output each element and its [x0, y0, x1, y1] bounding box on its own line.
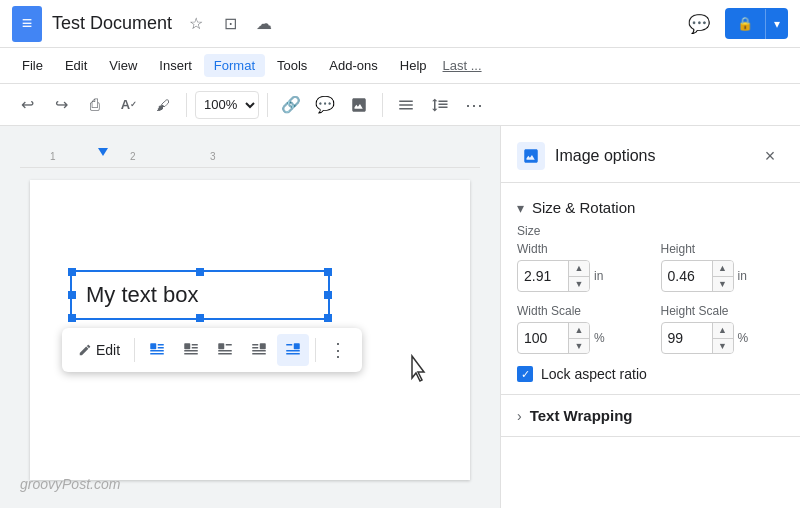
width-input[interactable]	[518, 268, 568, 284]
comment-button[interactable]: 💬	[310, 90, 340, 120]
cloud-button[interactable]: ☁	[250, 10, 278, 38]
wrap-left-button[interactable]	[175, 334, 207, 366]
align-inline-button[interactable]	[141, 334, 173, 366]
size-label: Size	[517, 224, 784, 238]
share-dropdown-arrow[interactable]: ▾	[765, 9, 788, 39]
height-scale-up[interactable]: ▲	[713, 322, 733, 338]
panel-title: Image options	[555, 147, 746, 165]
watermark: groovyPost.com	[20, 476, 120, 492]
handle-mid-right[interactable]	[324, 291, 332, 299]
width-up-button[interactable]: ▲	[569, 260, 589, 276]
redo-button[interactable]: ↪	[46, 90, 76, 120]
edit-label: Edit	[96, 342, 120, 358]
height-field: ▲ ▼ in	[661, 260, 785, 292]
more-toolbar-button[interactable]: ⋯	[459, 90, 489, 120]
height-scale-unit: %	[738, 331, 749, 345]
menu-addons[interactable]: Add-ons	[319, 54, 387, 77]
handle-top-left[interactable]	[68, 268, 76, 276]
height-up-button[interactable]: ▲	[713, 260, 733, 276]
edit-button[interactable]: Edit	[70, 338, 128, 362]
height-scale-down[interactable]: ▼	[713, 338, 733, 354]
menu-format[interactable]: Format	[204, 54, 265, 77]
top-bar: ≡ Test Document ☆ ⊡ ☁ 💬 🔒 Share ▾	[0, 0, 800, 48]
menu-edit[interactable]: Edit	[55, 54, 97, 77]
menu-tools[interactable]: Tools	[267, 54, 317, 77]
menu-view[interactable]: View	[99, 54, 147, 77]
line-spacing-button[interactable]	[425, 90, 455, 120]
width-scale-wrap: ▲ ▼	[517, 322, 590, 354]
width-down-button[interactable]: ▼	[569, 276, 589, 292]
width-scale-unit: %	[594, 331, 605, 345]
text-box-content: My text box	[86, 282, 198, 307]
size-rotation-header[interactable]: ▾ Size & Rotation	[517, 195, 784, 224]
height-scale-input[interactable]	[662, 330, 712, 346]
zoom-select[interactable]: 100% 75% 125% 150%	[195, 91, 259, 119]
document-title: Test Document	[52, 13, 172, 34]
print-button[interactable]: ⎙	[80, 90, 110, 120]
toolbar-divider-2	[267, 93, 268, 117]
height-unit: in	[738, 269, 747, 283]
height-scale-col: Height Scale ▲ ▼ %	[661, 304, 785, 354]
menu-help[interactable]: Help	[390, 54, 437, 77]
star-button[interactable]: ☆	[182, 10, 210, 38]
text-box[interactable]: My text box	[70, 270, 330, 320]
title-icons: ☆ ⊡ ☁	[182, 10, 278, 38]
menu-insert[interactable]: Insert	[149, 54, 202, 77]
handle-bot-center[interactable]	[196, 314, 204, 322]
toolbar: ↩ ↪ ⎙ A✓ 🖌 100% 75% 125% 150% 🔗 💬 ⋯	[0, 84, 800, 126]
toolbar-divider-3	[382, 93, 383, 117]
width-scale-up[interactable]: ▲	[569, 322, 589, 338]
handle-top-right[interactable]	[324, 268, 332, 276]
align-button[interactable]	[391, 90, 421, 120]
handle-mid-left[interactable]	[68, 291, 76, 299]
drive-button[interactable]: ⊡	[216, 10, 244, 38]
more-options-button[interactable]: ⋮	[322, 334, 354, 366]
height-input-wrap: ▲ ▼	[661, 260, 734, 292]
break-right-button[interactable]	[277, 334, 309, 366]
height-input[interactable]	[662, 268, 712, 284]
height-label: Height	[661, 242, 785, 256]
width-label: Width	[517, 242, 641, 256]
break-left-button[interactable]	[209, 334, 241, 366]
spell-check-button[interactable]: A✓	[114, 90, 144, 120]
size-field-row: Width ▲ ▼ in	[517, 242, 784, 292]
text-wrapping-chevron: ›	[517, 408, 522, 424]
paint-format-button[interactable]: 🖌	[148, 90, 178, 120]
height-down-button[interactable]: ▼	[713, 276, 733, 292]
chat-icon-button[interactable]: 💬	[681, 6, 717, 42]
panel-close-button[interactable]: ×	[756, 142, 784, 170]
menu-file[interactable]: File	[12, 54, 53, 77]
svg-rect-19	[294, 343, 300, 349]
undo-button[interactable]: ↩	[12, 90, 42, 120]
panel-header: Image options ×	[501, 126, 800, 183]
lock-checkbox[interactable]: ✓	[517, 366, 533, 382]
top-right-actions: 💬 🔒 Share ▾	[681, 6, 788, 42]
svg-rect-14	[260, 343, 266, 349]
wrap-right-button[interactable]	[243, 334, 275, 366]
svg-rect-0	[150, 343, 156, 349]
image-button[interactable]	[344, 90, 374, 120]
width-spin-btns: ▲ ▼	[568, 260, 589, 292]
height-spin-btns: ▲ ▼	[712, 260, 733, 292]
width-input-wrap: ▲ ▼	[517, 260, 590, 292]
handle-bot-right[interactable]	[324, 314, 332, 322]
svg-rect-5	[184, 343, 190, 349]
watermark-text: groovyPost.com	[20, 476, 120, 492]
height-scale-spin: ▲ ▼	[712, 322, 733, 354]
size-field-group: Size Width ▲ ▼ in	[517, 224, 784, 292]
handle-top-center[interactable]	[196, 268, 204, 276]
menu-bar: File Edit View Insert Format Tools Add-o…	[0, 48, 800, 84]
lock-label: Lock aspect ratio	[541, 366, 647, 382]
toolbar-divider-1	[186, 93, 187, 117]
size-rotation-title: Size & Rotation	[532, 199, 635, 216]
text-wrapping-section[interactable]: › Text Wrapping	[501, 395, 800, 437]
handle-bot-left[interactable]	[68, 314, 76, 322]
width-scale-down[interactable]: ▼	[569, 338, 589, 354]
float-toolbar: Edit	[62, 328, 362, 372]
svg-rect-10	[218, 343, 224, 349]
share-button[interactable]: 🔒 Share	[725, 8, 765, 39]
width-scale-input[interactable]	[518, 330, 568, 346]
last-edit-link[interactable]: Last ...	[443, 58, 482, 73]
link-button[interactable]: 🔗	[276, 90, 306, 120]
share-dropdown: 🔒 Share ▾	[725, 8, 788, 39]
